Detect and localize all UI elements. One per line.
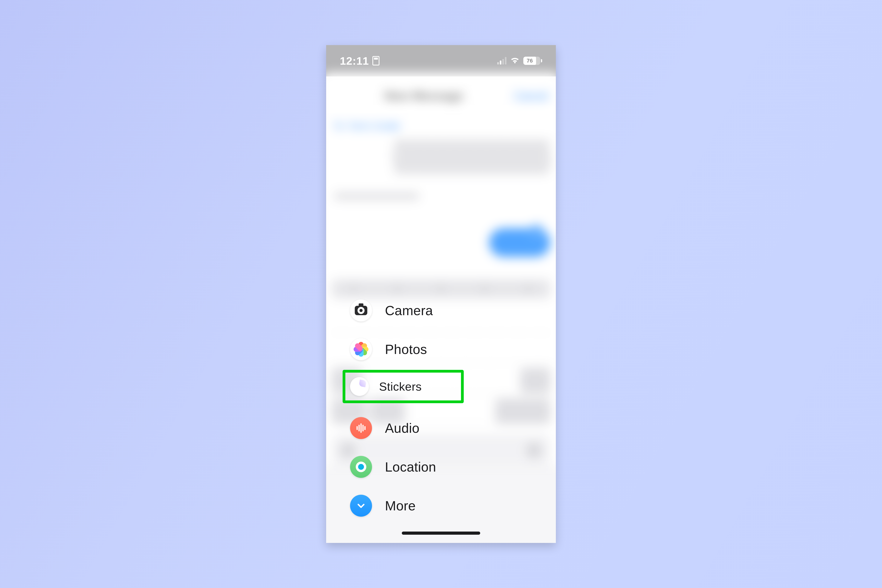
menu-item-stickers[interactable]: Stickers (343, 370, 464, 403)
phone-screenshot: 12:11 76 New Message Cancel (326, 45, 556, 543)
chevron-down-icon (350, 495, 372, 517)
camera-icon (350, 300, 372, 321)
battery-percent: 76 (524, 57, 536, 65)
stickers-icon (350, 377, 369, 396)
menu-item-audio[interactable]: Audio (343, 409, 464, 447)
menu-label: More (385, 498, 416, 513)
photos-icon (350, 338, 372, 360)
menu-label: Location (385, 459, 436, 474)
menu-label: Camera (385, 303, 433, 318)
location-icon (350, 456, 372, 478)
phone-screen: 12:11 76 New Message Cancel (326, 45, 556, 543)
audio-icon (350, 417, 372, 439)
attachment-menu: Camera Photos Stickers (343, 291, 464, 525)
home-indicator[interactable] (402, 531, 480, 535)
sim-card-icon (372, 56, 380, 66)
menu-item-photos[interactable]: Photos (343, 330, 464, 369)
menu-item-more[interactable]: More (343, 486, 464, 525)
wifi-icon (510, 56, 519, 65)
menu-label: Audio (385, 420, 420, 436)
menu-item-location[interactable]: Location (343, 447, 464, 486)
status-time: 12:11 (340, 54, 369, 67)
cellular-signal-icon (497, 57, 507, 64)
menu-item-camera[interactable]: Camera (343, 291, 464, 330)
menu-label: Photos (385, 342, 427, 357)
battery-indicator: 76 (524, 57, 542, 65)
menu-label: Stickers (379, 380, 422, 393)
